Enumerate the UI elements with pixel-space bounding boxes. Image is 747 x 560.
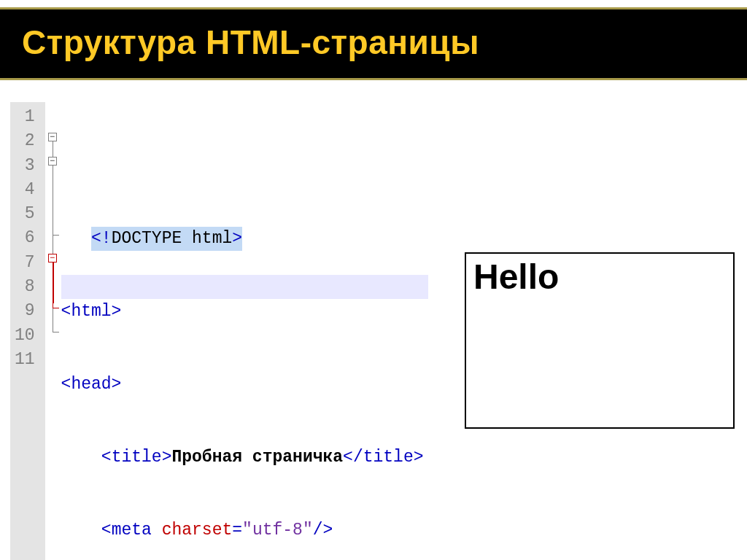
tag-text: = [232,521,242,540]
code-line[interactable]: <html> [61,300,424,324]
line-number: 5 [15,202,35,226]
preview-heading: Hello [473,257,726,297]
tag-text: </title> [343,448,423,467]
slide-title: Структура HTML-страницы [22,23,479,61]
line-number: 7 [15,251,35,275]
fold-toggle-icon[interactable]: − [48,157,57,166]
line-number: 8 [15,275,35,299]
line-number: 10 [15,324,35,348]
browser-preview: Hello [465,252,735,429]
tag-text: <html> [61,302,122,321]
line-number: 11 [15,348,35,372]
fold-column: − − − [45,102,61,560]
line-number: 3 [15,154,35,178]
tag-text: <title> [101,448,172,467]
code-line[interactable]: <title>Пробная страничка</title> [61,446,424,470]
code-line[interactable]: <meta charset="utf-8"/> [61,518,424,542]
code-area[interactable]: <!DOCTYPE html> <html> <head> <title>Про… [61,102,428,560]
line-number: 2 [15,129,35,153]
fold-end-icon [53,302,59,308]
attr-text: charset [162,521,233,540]
doctype-text: DOCTYPE html [112,229,233,248]
slide-content: 1 2 3 4 5 6 7 8 9 10 11 − − [0,80,747,560]
tag-text: <head> [61,375,122,394]
line-number: 4 [15,178,35,202]
fold-end-icon [53,229,59,236]
tag-text: <meta [101,521,162,540]
slide: Структура HTML-страницы 1 2 3 4 5 6 7 8 … [0,7,747,560]
fold-toggle-icon[interactable]: − [48,133,57,141]
line-number: 1 [15,105,35,129]
fold-guide-icon [53,262,54,303]
fold-toggle-icon[interactable]: − [48,254,57,262]
code-line[interactable]: <!DOCTYPE html> [61,227,424,251]
slide-title-bar: Структура HTML-страницы [0,7,747,80]
tag-text: /> [313,521,333,540]
fold-end-icon [53,326,59,332]
current-line-highlight [61,275,428,299]
gutter: 1 2 3 4 5 6 7 8 9 10 11 [10,102,45,560]
tag-text: > [232,229,242,248]
code-text: Пробная страничка [171,448,343,467]
line-number: 9 [15,299,35,323]
tag-text: <! [91,229,112,248]
line-number: 6 [15,226,35,250]
code-editor: 1 2 3 4 5 6 7 8 9 10 11 − − [10,102,477,560]
value-text: "utf-8" [242,521,313,540]
code-line[interactable]: <head> [61,373,424,397]
